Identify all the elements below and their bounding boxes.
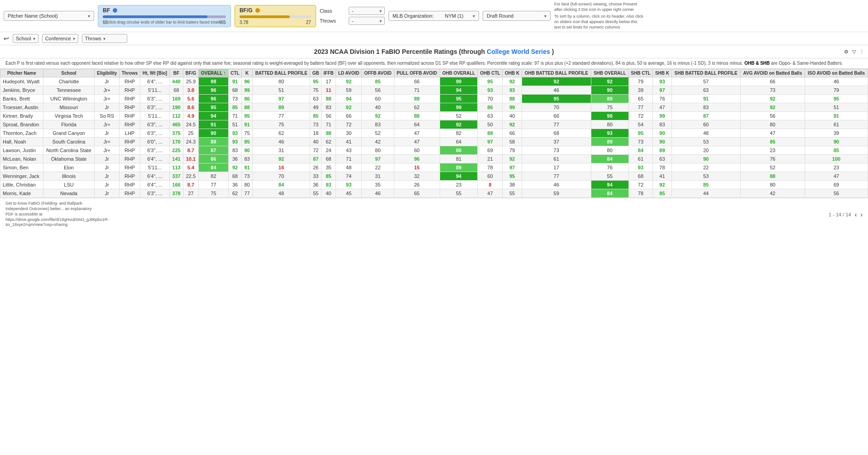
cell-k: 99	[242, 86, 253, 95]
cell-k: 85	[242, 138, 253, 146]
cell-ctl: 85	[228, 103, 241, 112]
cell-shb_overall: 80	[591, 146, 628, 155]
col-overall[interactable]: OVERALL ↑	[198, 69, 228, 77]
cell-overall: 90	[198, 129, 228, 138]
cell-shb_bball: 22	[671, 163, 740, 172]
col-ohb-ctl[interactable]: OHB CTL	[478, 69, 503, 77]
col-school[interactable]: School	[43, 69, 95, 77]
cell-iso_avoid: 100	[805, 155, 868, 163]
col-shb-ctl[interactable]: SHB CTL	[628, 69, 653, 77]
cell-ctl: 91	[228, 77, 241, 86]
cell-name: McLean, Nolan	[0, 155, 43, 163]
col-k[interactable]: K	[242, 69, 253, 77]
col-ctl[interactable]: CTL	[228, 69, 241, 77]
cell-ohb_bball: 92	[522, 77, 591, 86]
cell-avg_avoid: 80	[740, 120, 805, 129]
col-avg-avoid[interactable]: AVG AVOID on Batted Balls	[740, 69, 805, 77]
table-row: Simon, BenElonJrRHP5'11...1135.484929116…	[0, 163, 868, 172]
throws-filter-label: Throws	[85, 36, 101, 41]
cell-gb: 85	[310, 112, 321, 120]
bfg-slider-fill	[240, 15, 290, 18]
col-shb-bball[interactable]: SHB BATTED BALL PROFILE	[671, 69, 740, 77]
cell-shb_overall: 84	[591, 155, 628, 163]
col-pull-offb-avoid[interactable]: PULL OFFB AVOID	[394, 69, 440, 77]
col-iso-avoid[interactable]: ISO AVOID on Batted Balls	[805, 69, 868, 77]
prev-page-button[interactable]: ‹	[855, 211, 857, 218]
col-throws[interactable]: Throws	[120, 69, 140, 77]
cell-overall: 86	[198, 155, 228, 163]
col-eligibility[interactable]: Eligibility	[95, 69, 120, 77]
cell-throws: RHP	[120, 155, 140, 163]
bf-slider-track[interactable]	[103, 15, 226, 18]
cell-shb_ctl: 73	[628, 138, 653, 146]
col-batted-ball-profile[interactable]: BATTED BALL PROFILE	[253, 69, 310, 77]
cell-pull_offb_avoid: 96	[394, 155, 440, 163]
col-ohb-k[interactable]: OHB K	[503, 69, 522, 77]
col-offb-avoid[interactable]: OFFB AVOID	[362, 69, 394, 77]
cell-name: Lawson, Justin	[0, 146, 43, 155]
throws-select[interactable]: - ▾	[349, 17, 385, 25]
cell-bf: 378	[169, 189, 183, 198]
cell-ohb_overall: 55	[440, 189, 478, 198]
cell-ohb_overall: 94	[440, 86, 478, 95]
cell-offb_avoid: 97	[362, 155, 394, 163]
col-ohb-overall[interactable]: OHB OVERALL	[440, 69, 478, 77]
bfg-slider-box: BF/G 3.78 27	[235, 5, 316, 27]
col-gb[interactable]: GB	[310, 69, 321, 77]
cell-ohb_bball: 61	[522, 155, 591, 163]
mlb-org-select[interactable]: MLB Organization: NYM (1) ▾	[388, 11, 479, 21]
col-bf[interactable]: BF	[169, 69, 183, 77]
col-bfg[interactable]: BF/G	[183, 69, 199, 77]
cell-shb_ctl: 84	[628, 146, 653, 155]
throws-filter[interactable]: Throws ▾	[82, 34, 127, 43]
col-ht-wt[interactable]: Ht, Wt [Bio]	[140, 69, 169, 77]
cell-ld_avoid: 74	[336, 172, 362, 181]
cell-batted_ball: 51	[253, 86, 310, 95]
next-page-button[interactable]: ›	[860, 211, 863, 218]
table-row: Thornton, ZachGrand CanyonJrLHP6'3", ...…	[0, 129, 868, 138]
title-link[interactable]: College World Series	[487, 48, 550, 55]
col-shb-overall[interactable]: SHB OVERALL	[591, 69, 628, 77]
filter-icon[interactable]: ▽	[852, 49, 856, 55]
conference-filter[interactable]: Conference ▾	[42, 34, 78, 43]
cell-gb: 36	[310, 181, 321, 189]
bfg-slider-handle[interactable]	[255, 8, 260, 13]
cell-offb_avoid: 52	[362, 129, 394, 138]
cell-bfg: 25.9	[183, 77, 199, 86]
col-ohb-bball[interactable]: OHB BATTED BALL PROFILE	[522, 69, 591, 77]
table-row: Troesser, AustinMissouriJrRHP6'3", ...19…	[0, 103, 868, 112]
cell-iffb: 68	[321, 155, 336, 163]
cell-batted_ball: 75	[253, 120, 310, 129]
col-iffb[interactable]: IFFB	[321, 69, 336, 77]
col-ld-avoid[interactable]: LD AVOID	[336, 69, 362, 77]
school-filter[interactable]: School ▾	[13, 34, 38, 43]
more-icon[interactable]: ⋮	[859, 49, 864, 55]
cell-gb: 72	[310, 146, 321, 155]
cell-bf: 169	[169, 95, 183, 103]
cell-shb_ctl: 72	[628, 112, 653, 120]
cell-bfg: 5.6	[183, 95, 199, 103]
cell-bfg: 8.7	[183, 146, 199, 155]
cell-throws: RHP	[120, 146, 140, 155]
sliders-icon[interactable]: ⚙	[844, 49, 849, 55]
cell-shb_ctl: 79	[628, 77, 653, 86]
bfg-slider-track[interactable]	[240, 15, 311, 18]
undo-button[interactable]: ↩	[4, 35, 9, 42]
bf-slider-left-handle[interactable]	[113, 8, 117, 13]
cell-eligibility: Jr+	[95, 95, 120, 103]
cell-shb_overall: 90	[591, 86, 628, 95]
bfg-range: 3.78 27	[240, 20, 311, 25]
draft-round-select[interactable]: Draft Round ▾	[483, 11, 551, 21]
col-shb-k[interactable]: SHB K	[653, 69, 671, 77]
cell-bf: 170	[169, 138, 183, 146]
cell-overall: 84	[198, 163, 228, 172]
cell-ht_wt: 6'0", ...	[140, 138, 169, 146]
cell-name: Kirtner, Brady	[0, 112, 43, 120]
pitcher-select[interactable]: Pitcher Name (School) ▾	[4, 11, 94, 21]
description-row: Each P is first rated versus each oppone…	[0, 58, 868, 69]
cell-ht_wt: 6'3", ...	[140, 103, 169, 112]
cell-shb_k: 89	[653, 146, 671, 155]
col-pitcher-name[interactable]: Pitcher Name	[0, 69, 43, 77]
class-select[interactable]: - ▾	[349, 7, 385, 15]
cell-ht_wt: 5'11...	[140, 112, 169, 120]
